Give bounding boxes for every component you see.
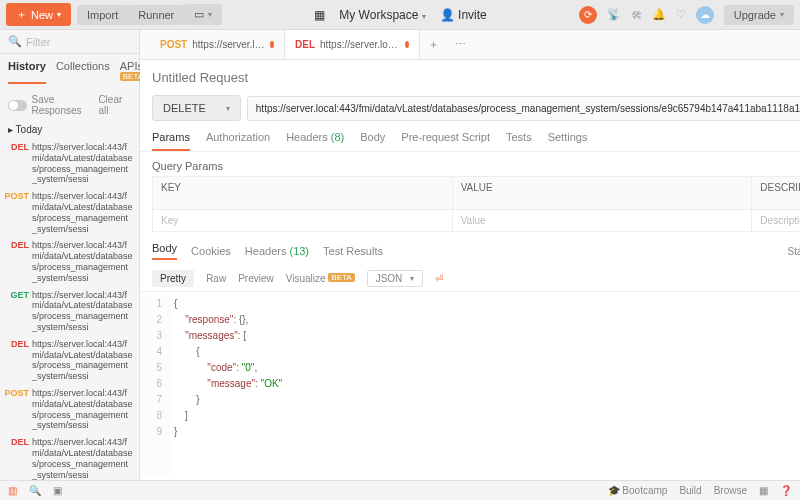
history-url: https://server.local:443/fmi/data/vLates… — [32, 290, 133, 333]
sync-icon[interactable]: ⟳ — [579, 6, 597, 24]
history-url: https://server.local:443/fmi/data/vLates… — [32, 191, 133, 234]
add-tab-button[interactable]: ＋ — [420, 30, 447, 59]
request-tab[interactable]: POSThttps://server.local:443/fmi/dat… — [150, 30, 285, 59]
unsaved-dot-icon — [270, 41, 274, 48]
layout-icon[interactable]: ▦ — [759, 485, 768, 496]
request-tabbar: POSThttps://server.local:443/fmi/dat…DEL… — [140, 30, 800, 60]
resp-tab-headers[interactable]: Headers (13) — [245, 245, 309, 257]
history-item[interactable]: DELhttps://server.local:443/fmi/data/vLa… — [0, 434, 139, 480]
history-list: DELhttps://server.local:443/fmi/data/vLa… — [0, 139, 139, 480]
history-method: DEL — [4, 142, 32, 185]
tab-settings[interactable]: Settings — [548, 131, 588, 151]
resp-tab-body[interactable]: Body — [152, 242, 177, 260]
build-button[interactable]: Build — [679, 485, 701, 496]
window-menu-button[interactable]: ▭▾ — [184, 4, 222, 25]
tab-prerequest[interactable]: Pre-request Script — [401, 131, 490, 151]
key-input[interactable]: Key — [153, 210, 453, 231]
invite-button[interactable]: 👤 Invite — [440, 8, 487, 22]
history-method: DEL — [4, 437, 32, 480]
history-method: GET — [4, 290, 32, 333]
view-visualize[interactable]: Visualize BETA — [286, 273, 355, 284]
view-preview[interactable]: Preview — [238, 273, 274, 284]
statusbar: ▥ 🔍 ▣ 🎓 Bootcamp Build Browse ▦ ❓ — [0, 480, 800, 500]
desc-input[interactable]: Description — [752, 210, 800, 231]
heart-icon[interactable]: ♡ — [676, 8, 686, 21]
workspace-icon: ▦ — [314, 8, 325, 22]
upgrade-button[interactable]: Upgrade ▾ — [724, 5, 794, 25]
history-item[interactable]: POSThttps://server.local:443/fmi/data/vL… — [0, 385, 139, 434]
tab-history[interactable]: History — [8, 60, 46, 84]
console-icon[interactable]: ▣ — [53, 485, 62, 496]
query-params-title: Query Params — [140, 152, 800, 176]
history-url: https://server.local:443/fmi/data/vLates… — [32, 142, 133, 185]
sidebar-toggle-icon[interactable]: ▥ — [8, 485, 17, 496]
query-params-table: KEY VALUE DESCRIPTION ⋯ Bulk Edit Key Va… — [152, 176, 800, 232]
col-value: VALUE — [453, 177, 753, 209]
view-raw[interactable]: Raw — [206, 273, 226, 284]
history-item[interactable]: DELhttps://server.local:443/fmi/data/vLa… — [0, 336, 139, 385]
clear-all-link[interactable]: Clear all — [98, 94, 131, 116]
tab-tests[interactable]: Tests — [506, 131, 532, 151]
sidebar: 🔍Filter History Collections APIs BETA Sa… — [0, 30, 140, 480]
help-icon[interactable]: ❓ — [780, 485, 792, 496]
avatar[interactable]: ☁ — [696, 6, 714, 24]
bell-icon[interactable]: 🔔 — [652, 8, 666, 21]
tab-params[interactable]: Params — [152, 131, 190, 151]
browse-button[interactable]: Browse — [714, 485, 747, 496]
history-method: DEL — [4, 240, 32, 283]
history-item[interactable]: DELhttps://server.local:443/fmi/data/vLa… — [0, 237, 139, 286]
history-url: https://server.local:443/fmi/data/vLates… — [32, 240, 133, 283]
filter-input[interactable]: 🔍Filter — [0, 30, 139, 54]
wrap-icon[interactable]: ⏎ — [435, 273, 443, 284]
find-icon[interactable]: 🔍 — [29, 485, 41, 496]
history-method: DEL — [4, 339, 32, 382]
runner-button[interactable]: Runner — [128, 5, 184, 25]
tab-headers[interactable]: Headers (8) — [286, 131, 344, 151]
history-item[interactable]: DELhttps://server.local:443/fmi/data/vLa… — [0, 139, 139, 188]
col-key: KEY — [153, 177, 453, 209]
history-item[interactable]: POSThttps://server.local:443/fmi/data/vL… — [0, 188, 139, 237]
tab-menu-button[interactable]: ⋯ — [447, 30, 474, 59]
value-input[interactable]: Value — [453, 210, 753, 231]
window-icon: ▭ — [194, 8, 204, 21]
history-item[interactable]: GEThttps://server.local:443/fmi/data/vLa… — [0, 287, 139, 336]
search-icon: 🔍 — [8, 35, 22, 48]
save-responses-toggle[interactable] — [8, 100, 27, 111]
unsaved-dot-icon — [405, 41, 409, 48]
tab-body[interactable]: Body — [360, 131, 385, 151]
import-button[interactable]: Import — [77, 5, 128, 25]
history-url: https://server.local:443/fmi/data/vLates… — [32, 388, 133, 431]
request-content: POSThttps://server.local:443/fmi/dat…DEL… — [140, 30, 800, 480]
lang-selector[interactable]: JSON▾ — [367, 270, 424, 287]
view-pretty[interactable]: Pretty — [152, 270, 194, 287]
resp-tab-tests[interactable]: Test Results — [323, 245, 383, 257]
request-title[interactable]: Untitled Request — [152, 70, 248, 85]
history-url: https://server.local:443/fmi/data/vLates… — [32, 437, 133, 480]
workspace-selector[interactable]: My Workspace ▾ — [339, 8, 425, 22]
history-method: POST — [4, 388, 32, 431]
request-tab[interactable]: DELhttps://server.local:443/fmi/dat… — [285, 30, 420, 59]
history-url: https://server.local:443/fmi/data/vLates… — [32, 339, 133, 382]
topbar: ＋New▾ Import Runner ▭▾ ▦ My Workspace ▾ … — [0, 0, 800, 30]
wrench-icon[interactable]: 🛠 — [631, 9, 642, 21]
col-desc: DESCRIPTION — [752, 177, 800, 209]
new-button[interactable]: ＋New▾ — [6, 3, 71, 26]
url-input[interactable]: https://server.local:443/fmi/data/vLates… — [247, 96, 800, 121]
history-date-group[interactable]: Today — [0, 120, 139, 139]
history-method: POST — [4, 191, 32, 234]
tab-authorization[interactable]: Authorization — [206, 131, 270, 151]
response-body[interactable]: 123456789 { "response": {}, "messages": … — [140, 292, 800, 480]
satellite-icon[interactable]: 📡 — [607, 8, 621, 21]
bootcamp-link[interactable]: 🎓 Bootcamp — [608, 485, 668, 496]
method-selector[interactable]: DELETE▾ — [152, 95, 241, 121]
plus-icon: ＋ — [16, 7, 27, 22]
resp-tab-cookies[interactable]: Cookies — [191, 245, 231, 257]
tab-collections[interactable]: Collections — [56, 60, 110, 84]
